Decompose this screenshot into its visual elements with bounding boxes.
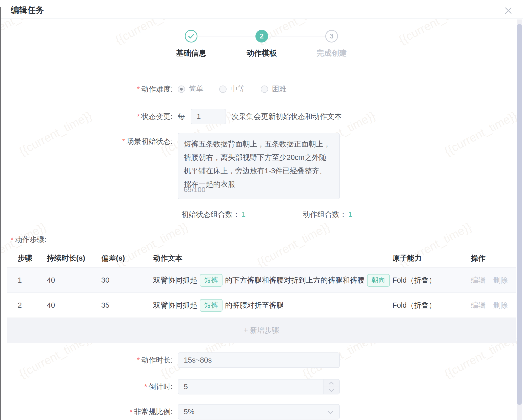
- duration-label: *动作时长:: [0, 352, 177, 368]
- delete-link[interactable]: 删除: [493, 275, 508, 285]
- scrollbar-thumb[interactable]: [517, 24, 522, 405]
- dialog-header: 编辑任务: [0, 0, 523, 19]
- close-button[interactable]: [503, 5, 514, 16]
- object-tag: 朝向: [367, 274, 390, 287]
- difficulty-radio-group: 简单中等困难: [178, 83, 287, 95]
- number-spinner: [323, 380, 339, 394]
- required-mark: *: [122, 137, 125, 145]
- difficulty-label: *动作难度:: [0, 83, 177, 95]
- cell-duration: 40: [47, 276, 101, 284]
- countdown-value: 5: [184, 380, 188, 394]
- col-header-action-text: 动作文本: [153, 253, 392, 263]
- char-counter: 69/100: [184, 183, 206, 196]
- object-tag: 短裤: [200, 274, 223, 287]
- close-icon: [504, 6, 513, 15]
- scrollbar-track[interactable]: [517, 19, 522, 420]
- difficulty-row: *动作难度: 简单中等困难: [0, 83, 523, 95]
- table-row: 24035双臂协同抓起短裤的裤腰对折至裤腿Fold（折叠）编辑删除: [7, 292, 516, 318]
- countdown-input[interactable]: 5: [178, 379, 340, 394]
- required-mark: *: [130, 408, 132, 416]
- edit-link[interactable]: 编辑: [471, 300, 486, 310]
- required-mark: *: [137, 356, 140, 364]
- action-steps-table: 步骤 持续时长(s) 偏差(s) 动作文本 原子能力 操作 14030双臂协同抓…: [7, 249, 516, 343]
- action-combo-value: 1: [348, 210, 352, 218]
- step-2-number: 2: [260, 32, 264, 40]
- dialog-title: 编辑任务: [11, 5, 44, 16]
- cell-duration: 40: [47, 301, 101, 309]
- initial-combo-value: 1: [242, 210, 246, 218]
- cell-deviation: 35: [101, 301, 153, 309]
- cell-operations: 编辑删除: [471, 300, 516, 310]
- delete-link[interactable]: 删除: [493, 300, 508, 310]
- unusual-ratio-value: 5%: [184, 405, 194, 419]
- cell-operations: 编辑删除: [471, 275, 516, 285]
- col-header-ability: 原子能力: [392, 253, 471, 263]
- state-change-prefix: 每: [178, 109, 185, 124]
- unusual-ratio-row: *非常规比例: 5%: [0, 404, 523, 419]
- add-step-label: + 新增步骤: [244, 325, 279, 335]
- step-3-label: 完成创建: [299, 48, 365, 58]
- state-change-label: *状态变更:: [0, 109, 177, 124]
- table-header-row: 步骤 持续时长(s) 偏差(s) 动作文本 原子能力 操作: [7, 249, 516, 267]
- action-text-fragment: 的下方裤腿和裤腰对折到上方的裤腿和裤腰: [225, 275, 365, 285]
- scene-state-textarea[interactable]: 短裤五条数据背面朝上，五条数据正面朝上，裤腰朝右，离头部视野下方至少20cm之外…: [178, 133, 340, 199]
- col-header-operations: 操作: [471, 253, 516, 263]
- chevron-up-icon: [329, 381, 334, 385]
- state-change-input[interactable]: 1: [191, 109, 226, 124]
- cell-deviation: 30: [101, 276, 153, 284]
- required-mark: *: [144, 383, 147, 391]
- select-chevron-down-icon: [327, 408, 334, 416]
- cell-ability: Fold（折叠）: [392, 275, 471, 285]
- duration-input[interactable]: 15s~80s: [178, 352, 340, 368]
- cell-step: 1: [18, 276, 47, 284]
- radio-unselected-icon: [261, 86, 268, 93]
- cell-action-text: 双臂协同抓起短裤的下方裤腿和裤腰对折到上方的裤腿和裤腰朝向: [153, 274, 392, 287]
- cell-step: 2: [18, 301, 47, 309]
- initial-combo-label: 初始状态组合数：: [181, 210, 240, 218]
- required-mark: *: [137, 112, 140, 120]
- scene-state-row: *场景初始状态: 短裤五条数据背面朝上，五条数据正面朝上，裤腰朝右，离头部视野下…: [0, 133, 523, 199]
- decrement-button[interactable]: [324, 387, 339, 394]
- difficulty-radio-2[interactable]: 中等: [219, 84, 245, 94]
- radio-option-label: 困难: [272, 84, 287, 94]
- action-text-fragment: 双臂协同抓起: [153, 275, 197, 285]
- action-steps-label: *动作步骤:: [11, 235, 46, 245]
- required-mark: *: [137, 85, 140, 93]
- radio-selected-icon: [178, 86, 185, 93]
- difficulty-radio-3[interactable]: 困难: [261, 84, 287, 94]
- col-header-duration: 持续时长(s): [47, 253, 101, 263]
- duration-value: 15s~80s: [184, 353, 212, 367]
- radio-unselected-icon: [219, 86, 227, 93]
- add-step-button[interactable]: + 新增步骤: [7, 318, 516, 343]
- step-connector-1: [198, 36, 255, 36]
- check-icon: [188, 33, 194, 39]
- action-text-fragment: 双臂协同抓起: [153, 300, 197, 310]
- backdrop-edge: [0, 7, 1, 420]
- action-combo-label: 动作组合数：: [303, 210, 347, 218]
- scene-state-text: 短裤五条数据背面朝上，五条数据正面朝上，裤腰朝右，离头部视野下方至少20cm之外…: [184, 137, 334, 191]
- object-tag: 短裤: [200, 299, 223, 312]
- col-header-deviation: 偏差(s): [101, 253, 153, 263]
- cell-action-text: 双臂协同抓起短裤的裤腰对折至裤腿: [153, 299, 392, 312]
- step-2-label: 动作模板: [229, 48, 295, 58]
- difficulty-radio-1[interactable]: 简单: [178, 84, 204, 94]
- radio-option-label: 中等: [230, 84, 245, 94]
- col-header-step: 步骤: [18, 253, 47, 263]
- step-3-number: 3: [330, 32, 333, 40]
- scene-state-label: *场景初始状态:: [0, 133, 177, 146]
- action-combo-count: 动作组合数：1: [303, 209, 352, 220]
- increment-button[interactable]: [324, 380, 339, 387]
- step-3-circle: 3: [325, 30, 338, 43]
- step-2-circle: 2: [255, 30, 268, 43]
- cell-ability: Fold（折叠）: [392, 300, 471, 310]
- step-1-label: 基础信息: [158, 48, 224, 58]
- unusual-ratio-select[interactable]: 5%: [178, 404, 340, 419]
- step-1-circle: [185, 30, 197, 43]
- step-connector-2: [269, 36, 325, 36]
- initial-combo-count: 初始状态组合数：1: [181, 209, 246, 220]
- edit-link[interactable]: 编辑: [471, 275, 486, 285]
- table-row: 14030双臂协同抓起短裤的下方裤腿和裤腰对折到上方的裤腿和裤腰朝向Fold（折…: [7, 267, 516, 292]
- countdown-label: *倒计时:: [0, 379, 177, 394]
- unusual-ratio-label: *非常规比例:: [0, 404, 177, 419]
- state-change-suffix: 次采集会更新初始状态和动作文本: [232, 109, 342, 124]
